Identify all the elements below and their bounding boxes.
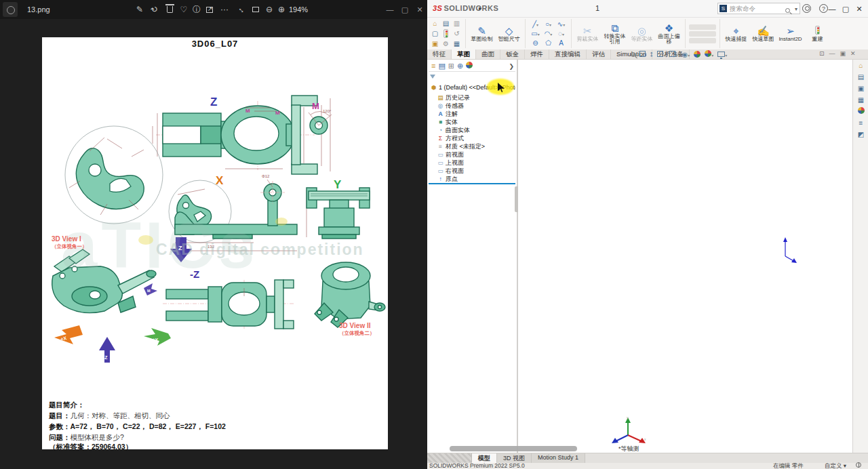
apply-scene-icon[interactable]: ▾ bbox=[705, 50, 713, 60]
label-view-negz: -Z bbox=[190, 268, 199, 280]
polygon-tool-icon[interactable]: ⬠ bbox=[542, 39, 555, 48]
ellipse-tool-icon[interactable]: ◌▾ bbox=[555, 29, 568, 39]
smart-dimension-button[interactable]: ◇ 智能尺寸 bbox=[496, 25, 521, 43]
tab-weldments[interactable]: 焊件 bbox=[525, 49, 549, 59]
sw-minimize-button[interactable]: — bbox=[826, 3, 838, 14]
zoom-to-fit-icon[interactable] bbox=[631, 51, 635, 59]
home-icon[interactable]: ⌂ bbox=[430, 19, 440, 28]
view-settings-icon[interactable]: ▾ bbox=[717, 51, 727, 60]
forum-icon[interactable]: ◩ bbox=[853, 129, 868, 140]
search-dropdown-icon[interactable]: ▾ bbox=[795, 4, 797, 15]
zoom-in-icon[interactable]: ⊕ bbox=[275, 3, 288, 16]
share-icon[interactable] bbox=[203, 3, 216, 16]
edit-appearance-icon[interactable] bbox=[694, 51, 701, 60]
tab-evaluate[interactable]: 评估 bbox=[587, 49, 611, 59]
search-icon[interactable] bbox=[785, 5, 790, 16]
dimxpert-manager-tab-icon[interactable]: ⊕ bbox=[457, 61, 463, 71]
rectangle-tool-icon[interactable]: ▭▾ bbox=[529, 29, 542, 39]
design-library-icon[interactable]: ▤ bbox=[853, 71, 868, 83]
custom-properties-icon[interactable]: ≡ bbox=[853, 117, 868, 129]
close-button[interactable]: ✕ bbox=[414, 4, 425, 15]
view-palette-icon[interactable]: ▦ bbox=[853, 94, 868, 106]
tab-3d-views[interactable]: 3D 视图 bbox=[497, 453, 532, 463]
view-orientation-icon[interactable]: ▾ bbox=[657, 51, 665, 60]
favorite-icon[interactable]: ♡ bbox=[178, 3, 190, 16]
doc-close-icon[interactable]: ✕ bbox=[850, 50, 856, 57]
arc-tool-icon[interactable]: ◠▾ bbox=[542, 29, 555, 39]
info-icon[interactable]: ⓘ bbox=[191, 3, 203, 16]
zoom-out-icon[interactable]: ⊖ bbox=[263, 3, 275, 16]
open-doc-icon[interactable]: ▣ bbox=[430, 39, 440, 49]
tab-surfaces[interactable]: 曲面 bbox=[476, 49, 500, 59]
tab-motion-study[interactable]: Motion Study 1 bbox=[532, 453, 585, 463]
rollback-bar[interactable] bbox=[429, 183, 515, 184]
tab-model[interactable]: 模型 bbox=[472, 453, 497, 463]
settings-gear-icon[interactable]: ⚙ bbox=[441, 39, 451, 49]
rotate-icon[interactable]: ↻ bbox=[149, 3, 161, 16]
display-manager-tab-icon[interactable] bbox=[466, 61, 473, 71]
doc-restore-icon[interactable]: ⊡ bbox=[819, 50, 825, 57]
property-manager-tab-icon[interactable]: ▤ bbox=[438, 61, 445, 71]
heads-up-view-toolbar: ⭥ ▾ ▾ ◉▾ ▾ ▾ bbox=[631, 50, 727, 60]
line-tool-icon[interactable]: ╱▾ bbox=[529, 20, 542, 29]
account-icon[interactable] bbox=[802, 4, 811, 13]
feature-manager-tab-icon[interactable]: ≡ bbox=[431, 61, 435, 71]
convert-entities-button[interactable]: ⧉ 转换实体引用 bbox=[602, 22, 627, 45]
tab-sketch[interactable]: 草图 bbox=[452, 49, 476, 59]
new-doc-icon[interactable]: ▢ bbox=[430, 29, 440, 39]
configuration-manager-tab-icon[interactable]: ⊞ bbox=[448, 61, 454, 71]
maximize-button[interactable]: ▢ bbox=[399, 4, 410, 15]
text-tool-icon[interactable]: A bbox=[555, 39, 568, 48]
connection-globe-icon bbox=[856, 462, 861, 468]
spline-tool-icon[interactable]: ∿▾ bbox=[555, 20, 568, 29]
circle-tool-icon[interactable]: ○▾ bbox=[542, 20, 555, 29]
tab-direct-editing[interactable]: 直接编辑 bbox=[549, 49, 587, 59]
display-style-icon[interactable]: ▾ bbox=[669, 51, 677, 60]
smart-dimension-icon: ◇ bbox=[496, 25, 521, 37]
appearances-icon[interactable] bbox=[853, 106, 868, 117]
doc-maximize-icon[interactable]: ▣ bbox=[840, 50, 846, 57]
command-search-box[interactable]: S 搜索命令 ▾ bbox=[717, 3, 800, 14]
instant2d-button[interactable]: ➢ Instant2D bbox=[778, 25, 803, 43]
menu-expand-arrow[interactable]: ▸ bbox=[479, 5, 482, 12]
tab-features[interactable]: 特征 bbox=[427, 49, 452, 59]
fullscreen-icon[interactable]: ↔ bbox=[236, 3, 248, 16]
sketch-button[interactable]: ✎ 草图绘制 bbox=[469, 25, 494, 43]
hide-show-items-icon[interactable]: ◉▾ bbox=[682, 51, 690, 60]
slot-tool-icon[interactable]: ⊖ bbox=[529, 39, 542, 48]
fit-to-window-icon[interactable] bbox=[250, 3, 262, 16]
rebuild-button[interactable]: 重建 bbox=[805, 25, 830, 43]
table-icon[interactable]: ▦ bbox=[452, 39, 462, 49]
undo-icon[interactable]: ↺ bbox=[452, 29, 462, 39]
customize-menu[interactable]: 自定义 ▾ bbox=[825, 463, 846, 469]
view1-subtitle: （立体视角一） bbox=[52, 243, 87, 250]
tab-sheet-metal[interactable]: 钣金 bbox=[500, 49, 525, 59]
doc-minimize-icon[interactable]: — bbox=[829, 50, 835, 57]
rapid-sketch-button[interactable]: ✍ 快速草图 bbox=[751, 25, 776, 43]
sw-maximize-button[interactable]: ▢ bbox=[840, 3, 852, 14]
file-explorer-icon[interactable]: ▣ bbox=[853, 83, 868, 94]
drawing-image[interactable]: 3D06_L07 aTICs CAD digital competition bbox=[42, 37, 388, 449]
sw-close-button[interactable]: ✕ bbox=[853, 3, 865, 14]
view-3d-2 bbox=[315, 262, 385, 327]
more-icon[interactable]: ··· bbox=[218, 3, 231, 16]
print-icon[interactable]: ▥ bbox=[452, 19, 462, 28]
rebuild-traffic-icon[interactable] bbox=[441, 29, 451, 39]
graphics-viewport[interactable]: y x *等轴测 bbox=[518, 60, 852, 453]
view1-title: 3D View I bbox=[52, 235, 81, 243]
minimize-button[interactable]: — bbox=[384, 4, 395, 15]
surface-offset-button[interactable]: ❖ 曲面上偏移 bbox=[656, 22, 682, 45]
quick-snaps-button[interactable]: ⌖ 快速捕捉 bbox=[724, 25, 749, 43]
resources-icon[interactable]: ⌂ bbox=[853, 60, 868, 71]
delete-icon[interactable] bbox=[163, 3, 176, 16]
plane-icon: ▭ bbox=[437, 159, 444, 166]
save-icon[interactable]: ▤ bbox=[441, 19, 451, 28]
annotations-icon: A bbox=[437, 110, 444, 117]
move-entities-disabled bbox=[689, 38, 716, 43]
tab-scroll-area[interactable] bbox=[427, 453, 472, 463]
panel-expand-icon[interactable]: ❯ bbox=[509, 63, 514, 70]
section-view-icon[interactable]: ⭥ bbox=[650, 51, 653, 59]
edit-icon[interactable]: ✎ bbox=[134, 3, 146, 16]
problem-answer: （标准答案：259064.03） bbox=[49, 443, 132, 452]
zoom-to-area-icon[interactable] bbox=[639, 51, 646, 59]
